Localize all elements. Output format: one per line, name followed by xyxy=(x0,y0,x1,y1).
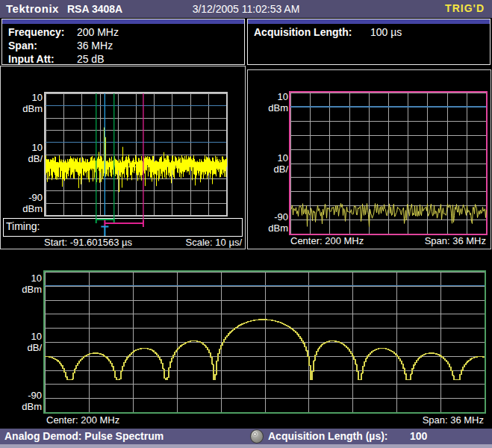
y-axis-label-top: 10dBm xyxy=(4,92,43,114)
span-readout: Span: 36 MHz xyxy=(425,235,486,246)
grid xyxy=(45,272,485,413)
setting-label: Frequency: xyxy=(8,25,74,39)
panel-top-bar xyxy=(2,19,244,24)
spectrum-view[interactable]: 10dBm 10dB/ -90dBm Center: 200 MHz Span:… xyxy=(247,69,491,249)
setting-label: Acquisition Length: xyxy=(254,25,367,39)
y-axis-label-top: 10dBm xyxy=(3,273,42,295)
panel-top-bar xyxy=(248,19,490,24)
trigger-status-badge: TRIG'D xyxy=(445,2,485,14)
y-axis-label-mid: 10dB/ xyxy=(3,331,42,353)
acquisition-length-control[interactable]: Acquisition Length (µs): xyxy=(268,430,388,442)
acquisition-length-value[interactable]: 100 xyxy=(410,430,427,442)
instrument-screen: Tektronix RSA 3408A 3/12/2005 11:02:53 A… xyxy=(0,0,492,448)
settings-panel-right: Acquisition Length: 100 µs xyxy=(247,19,491,65)
trigger-t-icon xyxy=(101,226,108,236)
frequency-row: Frequency: 200 MHz xyxy=(8,25,119,39)
demod-mode-label: Analog Demod: Pulse Spectrum xyxy=(4,430,164,442)
input-att-row: Input Att: 25 dB xyxy=(8,52,119,66)
datetime-label: 3/12/2005 11:02:53 AM xyxy=(0,3,492,15)
marker-magenta-bracket xyxy=(105,220,143,227)
timing-label: Timing: xyxy=(6,220,40,232)
pulse-spectrum-view[interactable]: 10dBm 10dB/ -90dBm Center: 200 MHz Span:… xyxy=(0,252,492,429)
start-readout: Start: -91.601563 µs xyxy=(44,237,132,248)
bottom-strip xyxy=(0,444,492,448)
pulse-spectrum-plot[interactable] xyxy=(0,252,492,429)
span-readout: Span: 36 MHz xyxy=(423,414,484,426)
y-axis-label-mid: 10dB/ xyxy=(249,152,288,175)
setting-label: Span: xyxy=(8,39,74,52)
settings-panel-left: Frequency: 200 MHz Span: 36 MHz Input At… xyxy=(1,19,245,65)
setting-value: 200 MHz xyxy=(77,26,119,38)
span-row: Span: 36 MHz xyxy=(8,39,119,52)
setting-value: 100 µs xyxy=(370,26,402,38)
y-axis-label-bottom: -90dBm xyxy=(3,390,42,412)
setting-value: 36 MHz xyxy=(77,40,113,52)
rotary-knob-icon[interactable] xyxy=(250,429,264,444)
y-axis-label-top: 10dBm xyxy=(249,91,288,113)
setting-label: Input Att: xyxy=(8,52,74,66)
setting-value: 25 dB xyxy=(77,53,105,65)
status-bar: Analog Demod: Pulse Spectrum Acquisition… xyxy=(0,429,492,444)
knob-indicator-dot xyxy=(253,432,257,436)
grid xyxy=(46,93,227,216)
y-axis-label-bottom: -90dBm xyxy=(4,192,43,214)
center-readout: Center: 200 MHz xyxy=(290,235,364,246)
app-header: Tektronix RSA 3408A 3/12/2005 11:02:53 A… xyxy=(0,0,492,18)
y-axis-label-bottom: -90dBm xyxy=(249,211,288,234)
y-axis-label-mid: 10dB/ xyxy=(4,142,43,164)
time-overview-view[interactable]: 10dBm 10dB/ -90dBm Timing: Start: -91.60… xyxy=(0,66,246,249)
acquisition-length-row: Acquisition Length: 100 µs xyxy=(254,25,402,39)
center-readout: Center: 200 MHz xyxy=(46,414,119,426)
scale-readout: Scale: 10 µs/ xyxy=(186,237,242,248)
